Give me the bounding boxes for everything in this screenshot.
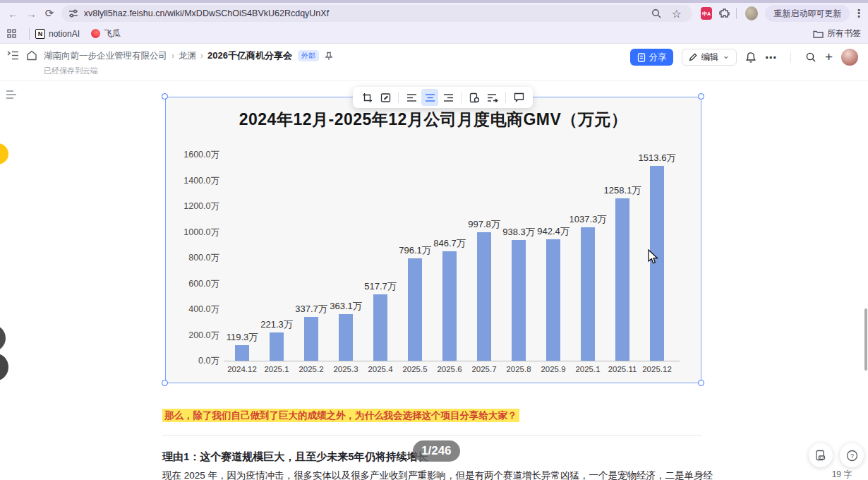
- pin-icon[interactable]: [325, 52, 333, 61]
- browser-toolbar: ← → ⟳ xv8lyll5haz.feishu.cn/wiki/MxDDwSC…: [0, 3, 868, 24]
- bar: [477, 232, 491, 361]
- bar-value-label: 517.7万: [349, 280, 412, 293]
- page-indicator-badge: 1/246: [413, 440, 460, 462]
- bar-value-label: 846.7万: [418, 237, 481, 250]
- chart-plot: 0.0万200.0万400.0万600.0万800.0万1000.0万1200.…: [166, 97, 701, 383]
- bookmark-feigua[interactable]: 飞瓜: [91, 28, 121, 40]
- toolbar-divider: [505, 92, 506, 103]
- bookmark-star-icon[interactable]: ☆: [668, 7, 685, 20]
- address-bar[interactable]: xv8lyll5haz.feishu.cn/wiki/MxDDwSChOiS4B…: [61, 5, 692, 22]
- copy-link-icon[interactable]: [466, 89, 483, 106]
- all-bookmarks-button[interactable]: 所有书签: [813, 28, 861, 40]
- bar: [512, 240, 526, 361]
- sidebar-toggle-icon[interactable]: [7, 50, 19, 61]
- align-right-icon[interactable]: [440, 89, 457, 106]
- more-actions-icon[interactable]: ⋯: [765, 51, 776, 64]
- x-tick-label: 2025.2: [293, 365, 330, 373]
- zoom-icon[interactable]: [651, 8, 668, 19]
- browser-update-button[interactable]: 重新启动即可更新: [765, 5, 850, 22]
- browser-menu-kebab-icon[interactable]: ⋮: [850, 7, 868, 20]
- bookmark-notionai[interactable]: N notionAI: [35, 29, 80, 39]
- bar: [442, 251, 457, 361]
- y-tick-label: 0.0万: [169, 355, 219, 367]
- breadcrumb-item-company[interactable]: 湖南向前一步企业管理有限公司: [44, 50, 167, 62]
- forward-icon[interactable]: →: [23, 8, 41, 20]
- chevron-down-icon: ⌄: [722, 50, 729, 61]
- toolbar-divider: [398, 92, 399, 103]
- bar: [235, 345, 249, 361]
- user-avatar[interactable]: [841, 49, 858, 66]
- selection-handle-top-left[interactable]: [162, 93, 168, 100]
- breadcrumb-item-page[interactable]: 2026千亿商机分享会: [207, 49, 292, 62]
- header-divider: [790, 52, 791, 63]
- floating-bubble-dark-2[interactable]: [0, 353, 8, 381]
- convert-to-icon[interactable]: [484, 89, 501, 106]
- browser-profile-avatar[interactable]: [745, 6, 758, 20]
- bar-value-label: 1513.6万: [625, 152, 689, 164]
- help-button[interactable]: ?: [840, 443, 864, 467]
- back-icon[interactable]: ←: [4, 8, 23, 20]
- breadcrumb: 湖南向前一步企业管理有限公司 › 龙渊 › 2026千亿商机分享会 外部: [44, 49, 333, 62]
- x-tick-label: 2025.4: [362, 365, 399, 373]
- bookmark-label: 飞瓜: [104, 28, 121, 40]
- create-new-icon[interactable]: +: [825, 49, 833, 65]
- bar: [339, 314, 353, 361]
- share-button[interactable]: 分享: [630, 49, 673, 66]
- bar: [304, 317, 318, 361]
- floating-bubble-dark-1[interactable]: [0, 325, 6, 352]
- apps-grid-icon[interactable]: [7, 29, 16, 38]
- highlighted-question: 那么，除了我们自己做到了巨大的成绩之外，为什么我会选择这个项目分享给大家？: [162, 409, 519, 422]
- share-doc-icon: [637, 53, 646, 62]
- notifications-bell-icon[interactable]: [745, 52, 757, 64]
- reload-icon[interactable]: ⟳: [40, 7, 59, 20]
- x-tick-label: 2025.5: [397, 365, 433, 373]
- y-tick-label: 1000.0万: [169, 227, 219, 239]
- chart-image-block[interactable]: 2024年12月-2025年12月公司月度电商GMV（万元） 0.0万200.0…: [165, 97, 701, 383]
- bar-value-label: 363.1万: [314, 300, 378, 313]
- selection-handle-bottom-left[interactable]: [162, 380, 168, 386]
- save-status: 已经保存到云端: [44, 66, 98, 76]
- align-left-icon[interactable]: [403, 89, 420, 106]
- site-settings-icon[interactable]: [68, 8, 78, 18]
- x-tick-label: 2025.3: [327, 365, 364, 373]
- scrollbar-thumb[interactable]: [864, 308, 867, 371]
- bar-value-label: 1258.1万: [591, 184, 654, 197]
- x-tick-label: 2025.11: [604, 365, 641, 373]
- image-toolbar: [353, 87, 533, 108]
- selection-handle-bottom-right[interactable]: [698, 380, 704, 386]
- bar: [408, 258, 422, 361]
- x-tick-label: 2025.1: [569, 365, 606, 373]
- crop-icon[interactable]: [358, 89, 375, 106]
- search-icon[interactable]: [805, 52, 816, 63]
- x-tick-label: 2025.1: [258, 365, 295, 373]
- toolbar-divider: [461, 92, 462, 103]
- doc-widget-button[interactable]: [809, 443, 833, 467]
- bar-value-label: 119.3万: [210, 331, 274, 344]
- word-count: 19 字: [824, 469, 860, 480]
- translate-extension-icon[interactable]: 中A: [701, 7, 712, 20]
- y-tick-label: 600.0万: [169, 278, 219, 290]
- url-text[interactable]: xv8lyll5haz.feishu.cn/wiki/MxDDwSChOiS4B…: [84, 8, 651, 18]
- bar: [581, 227, 595, 361]
- pencil-icon: [689, 53, 697, 61]
- bookmark-label: notionAI: [49, 29, 80, 39]
- x-tick-label: 2025.9: [535, 365, 572, 373]
- x-tick-label: 2025.6: [431, 365, 468, 373]
- align-center-icon[interactable]: [421, 89, 438, 106]
- folder-icon: [813, 30, 824, 38]
- extensions-icon[interactable]: [719, 8, 730, 19]
- mouse-cursor: [648, 249, 659, 265]
- all-bookmarks-label: 所有书签: [827, 28, 861, 40]
- caption-edit-icon[interactable]: [377, 89, 394, 106]
- bookmarks-divider: [29, 28, 30, 40]
- edit-button[interactable]: 编辑 ⌄: [682, 49, 736, 66]
- comment-icon[interactable]: [510, 89, 527, 106]
- home-icon[interactable]: [26, 50, 37, 61]
- breadcrumb-item-space[interactable]: 龙渊: [179, 50, 196, 62]
- svg-text:?: ?: [850, 452, 853, 460]
- breadcrumb-separator: ›: [171, 51, 174, 61]
- x-tick-label: 2025.8: [500, 365, 537, 373]
- floating-bubble-yellow[interactable]: [0, 143, 8, 164]
- selection-handle-top-right[interactable]: [698, 93, 704, 100]
- outline-toggle-icon[interactable]: [6, 90, 17, 100]
